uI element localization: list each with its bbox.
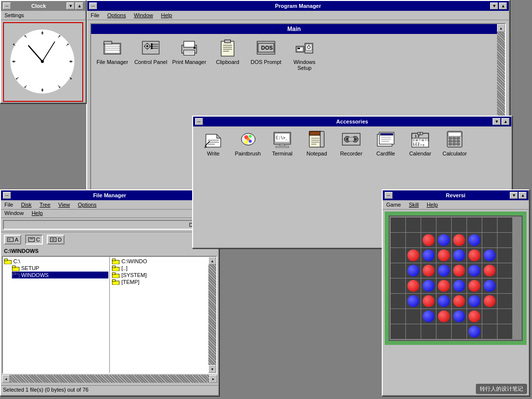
fm-scrollbar-v[interactable]: ▴ ▾ (208, 257, 216, 373)
drive-d-btn[interactable]: D (47, 235, 65, 245)
reversi-game-menu[interactable]: Game (385, 201, 402, 208)
reversi-cell-4-5[interactable] (467, 278, 482, 293)
reversi-cell-6-0[interactable] (391, 309, 405, 324)
reversi-cell-6-2[interactable] (421, 309, 436, 324)
calculator-icon-item[interactable]: Calculator (437, 129, 472, 156)
reversi-cell-3-0[interactable] (391, 263, 405, 278)
reversi-cell-1-4[interactable] (452, 233, 466, 247)
fm-help-menu[interactable]: Help (30, 210, 44, 216)
reversi-cell-6-3[interactable] (436, 309, 451, 324)
reversi-cell-2-5[interactable] (467, 248, 482, 263)
reversi-cell-2-7[interactable] (498, 248, 512, 263)
fm-disk-menu[interactable]: Disk (20, 201, 33, 208)
acc-minimize[interactable]: ▾ (493, 118, 500, 125)
notepad-icon-item[interactable]: Notepad (299, 129, 334, 156)
fm-options-menu[interactable]: Options (76, 201, 98, 208)
reversi-cell-3-1[interactable] (406, 263, 421, 278)
reversi-cell-3-7[interactable] (498, 263, 512, 278)
reversi-cell-7-5[interactable] (467, 324, 482, 339)
reversi-cell-7-3[interactable] (436, 324, 451, 339)
dir-parent[interactable]: [..] (111, 265, 216, 272)
fm-system-menu[interactable]: ─ (3, 192, 11, 199)
tree-setup[interactable]: SETUP (12, 265, 108, 272)
tree-root[interactable]: C:\ (4, 258, 108, 265)
reversi-cell-5-7[interactable] (498, 294, 512, 308)
pm-options-menu[interactable]: Options (106, 12, 128, 19)
reversi-cell-5-1[interactable] (406, 294, 421, 308)
reversi-cell-2-0[interactable] (391, 248, 405, 263)
reversi-cell-6-6[interactable] (482, 309, 497, 324)
reversi-cell-2-3[interactable] (436, 248, 451, 263)
reversi-cell-0-0[interactable] (391, 217, 405, 232)
reversi-cell-6-1[interactable] (406, 309, 421, 324)
reversi-cell-1-7[interactable] (498, 233, 512, 247)
reversi-cell-5-3[interactable] (436, 294, 451, 308)
dir-system[interactable]: [SYSTEM] (111, 272, 216, 278)
reversi-cell-4-7[interactable] (498, 278, 512, 293)
reversi-cell-0-6[interactable] (482, 217, 497, 232)
fm-tree-menu[interactable]: Tree (38, 201, 52, 208)
fm-scroll-up[interactable]: ▴ (208, 257, 216, 265)
reversi-help-menu[interactable]: Help (425, 201, 439, 208)
reversi-cell-4-1[interactable] (406, 278, 421, 293)
file-manager-icon-item[interactable]: File Manager (95, 38, 130, 71)
reversi-cell-7-0[interactable] (391, 324, 405, 339)
fm-scrollbar-h[interactable]: ◂ ▸ (2, 375, 217, 383)
pm-system-menu[interactable]: ─ (89, 2, 97, 9)
drive-c-btn[interactable]: C (25, 235, 43, 245)
acc-system-menu[interactable]: ─ (195, 118, 203, 125)
reversi-cell-2-2[interactable] (421, 248, 436, 263)
reversi-cell-5-4[interactable] (452, 294, 466, 308)
reversi-cell-5-6[interactable] (482, 294, 497, 308)
reversi-cell-7-6[interactable] (482, 324, 497, 339)
fm-view-menu[interactable]: View (57, 201, 71, 208)
reversi-maximize[interactable]: ▴ (519, 192, 527, 199)
reversi-cell-7-7[interactable] (498, 324, 512, 339)
fm-file-menu[interactable]: File (3, 201, 15, 208)
reversi-cell-4-0[interactable] (391, 278, 405, 293)
reversi-cell-4-2[interactable] (421, 278, 436, 293)
dir-temp[interactable]: [TEMP] (111, 278, 216, 285)
reversi-cell-1-1[interactable] (406, 233, 421, 247)
pm-help-menu[interactable]: Help (160, 12, 174, 19)
reversi-cell-2-1[interactable] (406, 248, 421, 263)
reversi-cell-3-4[interactable] (452, 263, 466, 278)
dos-prompt-icon-item[interactable]: DOS DOS Prompt (249, 38, 283, 71)
reversi-cell-5-2[interactable] (421, 294, 436, 308)
reversi-cell-1-5[interactable] (467, 233, 482, 247)
reversi-cell-4-4[interactable] (452, 278, 466, 293)
reversi-board[interactable] (389, 215, 523, 341)
reversi-cell-3-5[interactable] (467, 263, 482, 278)
pm-file-menu[interactable]: File (89, 12, 101, 19)
reversi-cell-1-2[interactable] (421, 233, 436, 247)
clock-settings-menu[interactable]: Settings (3, 12, 26, 19)
reversi-cell-6-7[interactable] (498, 309, 512, 324)
reversi-cell-2-4[interactable] (452, 248, 466, 263)
reversi-cell-0-3[interactable] (436, 217, 451, 232)
reversi-cell-6-5[interactable] (467, 309, 482, 324)
reversi-cell-3-6[interactable] (482, 263, 497, 278)
cardfile-icon-item[interactable]: Cardfile (368, 129, 403, 156)
reversi-cell-6-4[interactable] (452, 309, 466, 324)
print-manager-icon-item[interactable]: Print Manager (172, 38, 206, 71)
reversi-cell-1-3[interactable] (436, 233, 451, 247)
fm-scroll-down[interactable]: ▾ (208, 365, 216, 373)
paintbrush-icon-item[interactable]: Paintbrush (231, 129, 265, 156)
fm-window-menu[interactable]: Window (3, 210, 25, 216)
reversi-cell-1-6[interactable] (482, 233, 497, 247)
reversi-cell-0-7[interactable] (498, 217, 512, 232)
recorder-icon-item[interactable]: Recorder (334, 129, 368, 156)
reversi-cell-7-2[interactable] (421, 324, 436, 339)
reversi-cell-4-3[interactable] (436, 278, 451, 293)
windows-setup-icon-item[interactable]: Windows Setup (287, 38, 322, 71)
fm-scroll-right[interactable]: ▸ (209, 375, 217, 383)
acc-maximize[interactable]: ▴ (501, 118, 509, 125)
pm-minimize[interactable]: ▾ (490, 2, 498, 9)
reversi-cell-7-1[interactable] (406, 324, 421, 339)
reversi-cell-5-0[interactable] (391, 294, 405, 308)
scroll-up-btn[interactable]: ▴ (497, 24, 505, 32)
clock-maximize[interactable]: ▴ (75, 2, 83, 9)
write-icon-item[interactable]: Write (196, 129, 231, 156)
reversi-system-menu[interactable]: ─ (385, 192, 393, 199)
pm-maximize[interactable]: ▴ (499, 2, 507, 9)
